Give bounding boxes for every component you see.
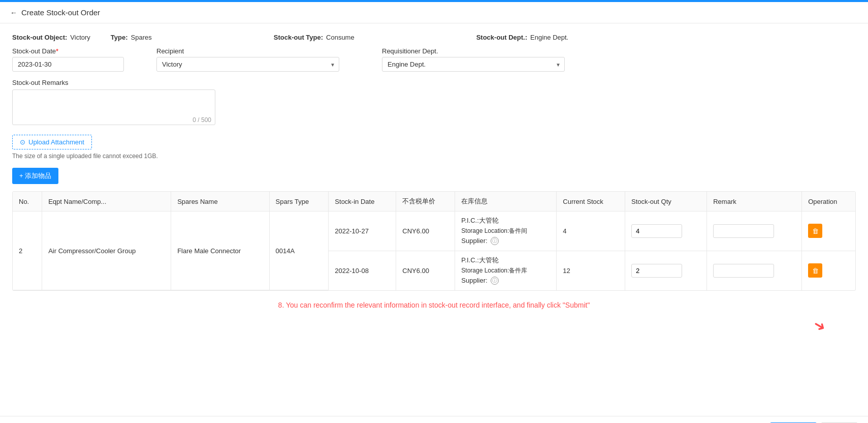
col-spares: Spares Name	[171, 192, 269, 212]
cell-operation-1: 🗑	[802, 212, 855, 251]
stock-out-dept-value: Engine Dept.	[530, 34, 568, 41]
arrow-hint: ➜	[12, 317, 825, 334]
recipient-label: Recipient	[156, 47, 349, 55]
main-content: Stock-out Object: Victory Type: Spares S…	[0, 23, 868, 416]
page-title: Create Stock-out Order	[21, 8, 100, 17]
red-arrow-icon: ➜	[810, 316, 828, 336]
cell-unit-price-2: CNY6.00	[396, 251, 455, 290]
hint-section: 8. You can reconfirm the relevant inform…	[12, 301, 856, 334]
col-storage-info: 在库信息	[455, 192, 557, 212]
stock-out-qty-input-1[interactable]	[631, 224, 682, 238]
form-row-fields: Stock-out Date* Recipient Victory ▼ Requ…	[12, 47, 856, 72]
col-no: No.	[13, 192, 42, 212]
remarks-textarea[interactable]	[12, 89, 215, 125]
stock-out-object-label: Stock-out Object:	[12, 34, 67, 41]
add-item-label: + 添加物品	[19, 171, 51, 180]
upload-hint: The size of a single uploaded file canno…	[12, 153, 856, 160]
col-stock-out-qty: Stock-out Qty	[625, 192, 707, 212]
cell-operation-2: 🗑	[802, 251, 855, 290]
req-dept-group: Requisitioner Dept. Engine Dept. ▼	[382, 47, 575, 72]
type-item: Type: Spares	[111, 34, 152, 41]
recipient-select[interactable]: Victory	[156, 57, 339, 72]
stock-out-type-label: Stock-out Type:	[274, 34, 323, 41]
remark-input-2[interactable]	[713, 264, 774, 278]
hint-message: 8. You can reconfirm the relevant inform…	[12, 301, 856, 309]
storage-location-2: Storage Location:备件库	[461, 266, 550, 276]
col-current-stock: Current Stock	[557, 192, 625, 212]
remarks-label: Stock-out Remarks	[12, 79, 856, 86]
type-value: Spares	[131, 34, 152, 41]
supplier-info-icon-1[interactable]: ⓘ	[491, 237, 499, 245]
type-label: Type:	[111, 34, 128, 41]
date-label: Stock-out Date*	[12, 47, 124, 55]
upload-attachment-button[interactable]: ⊙ Upload Attachment	[12, 135, 92, 149]
date-group: Stock-out Date*	[12, 47, 124, 72]
delete-button-1[interactable]: 🗑	[808, 224, 822, 238]
cell-remark-2	[707, 251, 802, 290]
char-count: 0 / 500	[192, 116, 211, 124]
cell-spars-type: 0014A	[269, 212, 329, 290]
header: ← Create Stock-out Order	[0, 2, 868, 23]
upload-btn-label: Upload Attachment	[28, 138, 84, 146]
cell-current-stock-1: 4	[557, 212, 625, 251]
stock-out-type-value: Consume	[326, 34, 355, 41]
info-row-top: Stock-out Object: Victory Type: Spares S…	[12, 34, 856, 41]
supplier-2: Supplier: ⓘ	[461, 276, 550, 286]
supplier-info-icon-2[interactable]: ⓘ	[491, 277, 499, 285]
stock-out-qty-input-2[interactable]	[631, 264, 682, 278]
cell-spares: Flare Male Connector	[171, 212, 269, 290]
col-operation: Operation	[802, 192, 855, 212]
footer-buttons: Submit Back	[0, 416, 868, 423]
storage-info-block-1: P.I.C.:大管轮 Storage Location:备件间 Supplier…	[461, 216, 550, 247]
stock-out-dept-label: Stock-out Dept.:	[476, 34, 527, 41]
cell-storage-info-2: P.I.C.:大管轮 Storage Location:备件库 Supplier…	[455, 251, 557, 290]
col-unit-price: 不含税单价	[396, 192, 455, 212]
delete-button-2[interactable]: 🗑	[808, 263, 822, 278]
cell-stock-out-qty-2	[625, 251, 707, 290]
col-spars-type: Spars Type	[269, 192, 329, 212]
remarks-section: Stock-out Remarks 0 / 500	[12, 79, 856, 127]
items-table: No. Eqpt Name/Comp... Spares Name Spars …	[13, 192, 855, 290]
stock-out-object-value: Victory	[70, 34, 90, 41]
table-row: 2 Air Compressor/Cooler Group Flare Male…	[13, 212, 855, 251]
pic-label-2: P.I.C.:大管轮	[461, 255, 550, 266]
col-stock-in-date: Stock-in Date	[329, 192, 396, 212]
items-table-wrapper: No. Eqpt Name/Comp... Spares Name Spars …	[12, 191, 856, 291]
table-header: No. Eqpt Name/Comp... Spares Name Spars …	[13, 192, 855, 212]
storage-location-1: Storage Location:备件间	[461, 226, 550, 236]
date-required: *	[56, 47, 58, 55]
back-arrow-icon[interactable]: ←	[10, 9, 17, 17]
date-input[interactable]	[12, 57, 124, 72]
cell-remark-1	[707, 212, 802, 251]
cell-storage-info-1: P.I.C.:大管轮 Storage Location:备件间 Supplier…	[455, 212, 557, 251]
remark-input-1[interactable]	[713, 224, 774, 238]
req-dept-label: Requisitioner Dept.	[382, 47, 575, 55]
cell-unit-price-1: CNY6.00	[396, 212, 455, 251]
pic-label-1: P.I.C.:大管轮	[461, 216, 550, 226]
table-body: 2 Air Compressor/Cooler Group Flare Male…	[13, 212, 855, 290]
cell-stock-in-date-1: 2022-10-27	[329, 212, 396, 251]
supplier-1: Supplier: ⓘ	[461, 236, 550, 247]
req-dept-select[interactable]: Engine Dept.	[382, 57, 565, 72]
cell-eqpt: Air Compressor/Cooler Group	[42, 212, 171, 290]
col-eqpt: Eqpt Name/Comp...	[42, 192, 171, 212]
cell-no: 2	[13, 212, 42, 290]
remarks-wrapper: 0 / 500	[12, 89, 215, 127]
cell-stock-in-date-2: 2022-10-08	[329, 251, 396, 290]
stock-out-dept-item: Stock-out Dept.: Engine Dept.	[476, 34, 569, 41]
recipient-group: Recipient Victory ▼	[156, 47, 349, 72]
cell-current-stock-2: 12	[557, 251, 625, 290]
add-item-button[interactable]: + 添加物品	[12, 168, 58, 184]
cell-stock-out-qty-1	[625, 212, 707, 251]
stock-out-type-item: Stock-out Type: Consume	[274, 34, 355, 41]
stock-out-object-item: Stock-out Object: Victory	[12, 34, 90, 41]
col-remark: Remark	[707, 192, 802, 212]
storage-info-block-2: P.I.C.:大管轮 Storage Location:备件库 Supplier…	[461, 255, 550, 286]
upload-icon: ⊙	[20, 138, 25, 146]
